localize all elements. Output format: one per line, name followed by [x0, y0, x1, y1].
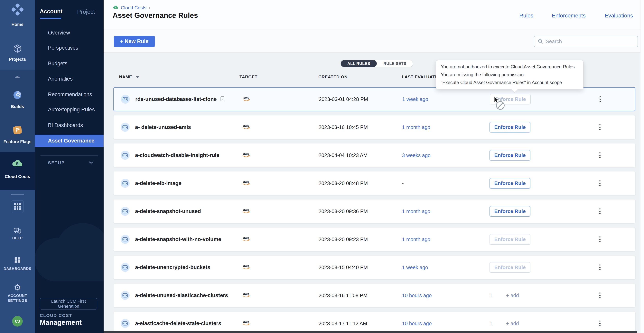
table-row[interactable]: a-delete-unencrypted-buckets aws 2023-03…	[113, 255, 636, 279]
svg-text:aws: aws	[243, 208, 249, 211]
row-menu-button[interactable]	[598, 206, 602, 216]
sidebar-item-home[interactable]: Home	[0, 22, 35, 27]
projects-icon[interactable]	[0, 44, 35, 55]
tooltip-line: You are not authorized to execute Cloud …	[441, 64, 578, 70]
table-row[interactable]: a-delete-snapshot-with-no-volume aws 202…	[113, 227, 636, 251]
last-evaluation-cell[interactable]: 3 weeks ago	[402, 152, 430, 158]
svg-text:aws: aws	[243, 236, 249, 239]
rule-name[interactable]: rds-unused-databases-list-clone	[135, 96, 217, 102]
nav-item-autostopping-rules[interactable]: AutoStopping Rules	[48, 107, 95, 113]
add-enforcement-link[interactable]: + add	[506, 292, 519, 298]
last-evaluation-cell[interactable]: 10 hours ago	[402, 320, 432, 326]
created-on-cell: 2023-03-16 11:08 PM	[318, 292, 368, 298]
created-on-cell: 2023-04-04 10:23 AM	[318, 152, 368, 158]
row-menu-button[interactable]	[598, 318, 602, 328]
copy-icon[interactable]	[220, 96, 225, 103]
rule-name[interactable]: a- delete-unused-amis	[135, 124, 191, 130]
nav-item-overview[interactable]: Overview	[48, 30, 70, 36]
table-row[interactable]: a-delete-unused-elasticache-clusters aws…	[113, 283, 636, 307]
last-evaluation-cell[interactable]: -	[402, 180, 404, 186]
column-header-target[interactable]: TARGET	[240, 75, 258, 80]
header-link-evaluations[interactable]: Evaluations	[605, 13, 633, 19]
rule-name[interactable]: a-elasticache-delete-stale-clusters	[135, 320, 221, 326]
vertical-scrollbar-track[interactable]	[640, 0, 644, 333]
row-menu-button[interactable]	[598, 122, 602, 132]
row-menu-button[interactable]	[598, 178, 602, 188]
rule-name[interactable]: a-cloudwatch-disable-insight-rule	[135, 152, 220, 158]
row-menu-button[interactable]	[598, 150, 602, 160]
rule-name[interactable]: a-delete-snapshot-with-no-volume	[135, 236, 221, 242]
feature-flags-icon[interactable]	[0, 125, 35, 136]
launch-ccm-first-gen-button[interactable]: Launch CCM First Generation	[40, 298, 97, 309]
tooltip-line: You are missing the following permission…	[441, 72, 578, 77]
enforce-rule-button[interactable]: Enforce Rule	[490, 178, 530, 189]
nav-item-anomalies[interactable]: Anomalies	[48, 76, 73, 82]
last-evaluation-cell[interactable]: 1 month ago	[402, 124, 430, 130]
row-menu-button[interactable]	[598, 290, 602, 300]
horizontal-scrollbar[interactable]	[104, 331, 637, 333]
table-row[interactable]: a-elasticache-delete-stale-clusters aws …	[113, 311, 636, 333]
help-icon[interactable]: ?	[0, 227, 35, 236]
enforce-rule-button[interactable]: Enforce Rule	[490, 234, 530, 245]
table-row[interactable]: a-delete-elb-image aws 2023-03-20 08:48 …	[113, 171, 636, 195]
table-row[interactable]: a- delete-unused-amis aws 2023-03-16 10:…	[113, 115, 636, 139]
nav-item-budgets[interactable]: Budgets	[48, 61, 67, 67]
table-row[interactable]: rds-unused-databases-list-clone aws 2023…	[113, 87, 636, 111]
dashboards-icon[interactable]	[0, 256, 35, 265]
row-menu-button[interactable]	[598, 94, 603, 104]
gear-icon[interactable]: ⚙	[0, 283, 35, 292]
table-row[interactable]: a-delete-snapshot-unused aws 2023-03-20 …	[113, 199, 636, 223]
header-link-enforcements[interactable]: Enforcements	[552, 13, 586, 19]
breadcrumb-cloud-costs-link[interactable]: Cloud Costs	[121, 5, 146, 11]
sidebar-item-account-settings[interactable]: ACCOUNT SETTINGS	[0, 293, 35, 303]
last-evaluation-cell[interactable]: 10 hours ago	[402, 292, 432, 298]
search-input[interactable]	[546, 39, 634, 45]
enforce-rule-button[interactable]: Enforce Rule	[490, 122, 530, 133]
sidebar-item-cloud-costs[interactable]: Cloud Costs	[0, 174, 35, 179]
nav-item-asset-governance[interactable]: Asset Governance	[35, 135, 104, 147]
add-enforcement-link[interactable]: + add	[506, 320, 519, 326]
harness-logo-icon[interactable]	[0, 3, 35, 17]
nav-item-perspectives[interactable]: Perspectives	[48, 45, 78, 51]
sidebar-item-projects[interactable]: Projects	[0, 57, 35, 62]
rule-name[interactable]: a-delete-snapshot-unused	[135, 208, 201, 214]
tab-account[interactable]: Account	[40, 8, 62, 15]
new-rule-button[interactable]: + New Rule	[114, 36, 155, 47]
sidebar-item-dashboards[interactable]: DASHBOARDS	[0, 266, 35, 271]
toggle-rule-sets[interactable]: RULE SETS	[377, 60, 413, 67]
nav-item-bi-dashboards[interactable]: BI Dashboards	[48, 122, 83, 128]
enforce-rule-button[interactable]: Enforce Rule	[490, 262, 530, 273]
row-action-cell: 1 + add	[490, 284, 519, 307]
search-box[interactable]	[534, 36, 638, 47]
cloud-costs-breadcrumb-icon: $	[113, 6, 118, 10]
tab-project[interactable]: Project	[77, 9, 95, 15]
sidebar-item-help[interactable]: HELP	[0, 236, 35, 240]
table-row[interactable]: a-cloudwatch-disable-insight-rule aws 20…	[113, 143, 636, 167]
enforce-rule-button[interactable]: Enforce Rule	[490, 206, 530, 217]
setup-section-label[interactable]: SETUP	[48, 160, 65, 165]
column-header-name[interactable]: NAME	[119, 75, 139, 80]
user-avatar[interactable]: CJ	[12, 316, 23, 326]
toggle-all-rules[interactable]: ALL RULES	[341, 60, 377, 67]
created-on-cell: 2023-03-20 08:48 PM	[318, 180, 368, 186]
rule-name[interactable]: a-delete-elb-image	[135, 180, 182, 186]
enforce-rule-button[interactable]: Enforce Rule	[490, 150, 530, 161]
rule-name[interactable]: a-delete-unencrypted-buckets	[135, 264, 210, 270]
column-header-created-on[interactable]: CREATED ON	[318, 75, 348, 80]
last-evaluation-cell[interactable]: 1 week ago	[402, 264, 428, 270]
row-menu-button[interactable]	[598, 262, 602, 272]
header-link-rules[interactable]: Rules	[519, 13, 533, 19]
sidebar-item-feature-flags[interactable]: Feature Flags	[0, 139, 35, 144]
rule-name[interactable]: a-delete-unused-elasticache-clusters	[135, 292, 228, 298]
nav-item-recommendations[interactable]: Recommendations	[48, 92, 92, 98]
last-evaluation-cell[interactable]: 1 month ago	[402, 236, 430, 242]
builds-icon[interactable]	[0, 90, 35, 101]
chevron-down-icon[interactable]	[88, 161, 94, 165]
sidebar-item-builds[interactable]: Builds	[0, 104, 35, 109]
collapse-sidebar-button[interactable]	[0, 76, 35, 78]
cloud-costs-icon[interactable]: $	[0, 160, 35, 169]
row-menu-button[interactable]	[598, 234, 602, 244]
last-evaluation-cell[interactable]: 1 week ago	[402, 96, 428, 102]
last-evaluation-cell[interactable]: 1 month ago	[402, 208, 430, 214]
module-picker-button[interactable]	[11, 200, 24, 213]
